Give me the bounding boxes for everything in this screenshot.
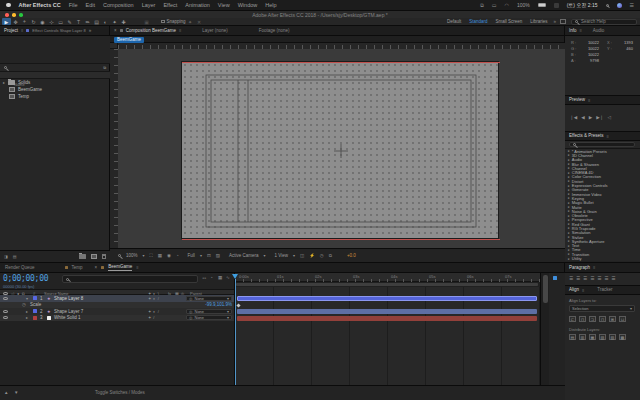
panel-menu-icon[interactable]: ≡: [136, 265, 138, 270]
panel-menu-icon[interactable]: ≡: [21, 28, 23, 33]
puppet-pin-tool[interactable]: ✚: [119, 18, 128, 25]
panel-menu-icon[interactable]: ≡: [606, 134, 608, 139]
tab-audio[interactable]: Audio: [593, 28, 605, 34]
tab-preview[interactable]: Preview: [569, 97, 585, 103]
siri-icon[interactable]: [617, 3, 622, 8]
screen-mirroring-icon[interactable]: ⧉: [480, 2, 484, 8]
align-center-button[interactable]: ☰: [576, 276, 580, 282]
distribute-right-button[interactable]: ▩: [619, 334, 626, 340]
menu-help[interactable]: Help: [265, 2, 276, 9]
trash-icon[interactable]: [102, 254, 106, 259]
snapping-checkbox[interactable]: [161, 20, 165, 24]
magnification-icon[interactable]: [118, 254, 121, 257]
project-flowchart-icon[interactable]: ⧉: [103, 65, 106, 70]
keyframe-diamond[interactable]: [236, 303, 240, 307]
project-item-solids[interactable]: ▸ Solids: [0, 79, 110, 86]
tab-layer[interactable]: Layer (none): [202, 28, 228, 34]
layout-dropdown-icon[interactable]: ▾: [293, 253, 295, 258]
distribute-bottom-button[interactable]: ▦: [589, 334, 596, 340]
menu-file[interactable]: File: [69, 2, 78, 9]
justify-last-right-button[interactable]: ☰: [604, 276, 608, 282]
current-timecode[interactable]: 0;00;00;00: [3, 274, 48, 283]
bit-depth-icon[interactable]: ▤: [13, 254, 17, 259]
project-item-beemgame[interactable]: BeemGame: [0, 86, 110, 93]
breadcrumb-comp-name[interactable]: BeemGame: [114, 37, 144, 43]
comp-button-icon[interactable]: [553, 276, 557, 280]
search-help-input[interactable]: Search Help: [571, 19, 637, 25]
align-v-top-button[interactable]: ⊓: [599, 316, 606, 322]
project-tab-overflow-icon[interactable]: »: [89, 28, 92, 34]
panel-menu-icon[interactable]: ≡: [179, 28, 181, 33]
zoom-level[interactable]: 100%: [126, 253, 138, 259]
visibility-eye-icon[interactable]: [3, 310, 8, 313]
expand-arrow-icon[interactable]: ▾: [26, 296, 28, 301]
visibility-eye-icon[interactable]: [3, 316, 8, 319]
new-folder-icon[interactable]: [79, 254, 86, 259]
shape-tool[interactable]: ▭: [56, 18, 65, 25]
effects-cat-row[interactable]: ▸Utility: [565, 256, 640, 260]
next-frame-button[interactable]: ▶❘: [596, 115, 603, 121]
layer-bar-1[interactable]: [237, 296, 537, 301]
eraser-tool[interactable]: ◐: [101, 18, 110, 25]
interpret-footage-icon[interactable]: ◨: [4, 254, 8, 259]
property-name[interactable]: Scale: [30, 302, 41, 308]
grid-icon[interactable]: ▦: [158, 253, 162, 259]
wifi-icon[interactable]: ◠: [505, 2, 509, 8]
expand-arrow-icon[interactable]: ▸: [26, 309, 28, 314]
menu-view[interactable]: View: [218, 2, 230, 9]
camera-tool[interactable]: ◉: [38, 18, 47, 25]
comp-mini-flowchart-icon[interactable]: ⚏: [202, 275, 206, 281]
project-search-icon[interactable]: [4, 66, 7, 69]
tab-tracker[interactable]: Tracker: [597, 287, 612, 293]
layer-name[interactable]: Shape Layer 8: [54, 296, 83, 302]
tab-paragraph[interactable]: Paragraph: [569, 265, 590, 271]
parent-dropdown[interactable]: ◎ None ▾: [186, 315, 232, 320]
camera-dropdown-icon[interactable]: ▾: [263, 253, 265, 258]
visibility-eye-icon[interactable]: [3, 297, 8, 300]
align-h-left-button[interactable]: ⊏: [569, 316, 576, 322]
menu-effect[interactable]: Effect: [163, 2, 177, 9]
spotlight-icon[interactable]: [606, 4, 609, 7]
tab-beemgame[interactable]: BeemGame: [108, 264, 132, 271]
layer-name[interactable]: Shape Layer 7: [54, 309, 83, 315]
menu-extra-icon[interactable]: [554, 3, 559, 8]
distribute-hcenter-button[interactable]: ▨: [609, 334, 616, 340]
justify-last-center-button[interactable]: ☰: [597, 276, 601, 282]
workspace-small-screen[interactable]: Small Screen: [495, 19, 522, 25]
property-value[interactable]: -99.9,101.9%: [160, 302, 232, 308]
timeline-zoom-out-icon[interactable]: ▲: [4, 390, 8, 396]
align-v-bottom-button[interactable]: ⊔: [619, 316, 626, 322]
flowchart-button-icon[interactable]: ⧉: [329, 253, 332, 259]
resolution-select[interactable]: Full: [188, 253, 195, 259]
align-h-right-button[interactable]: ⊐: [589, 316, 596, 322]
fast-previews-icon[interactable]: ⚡: [309, 253, 315, 259]
label-color-swatch[interactable]: [33, 296, 37, 300]
workspace-bar-icon[interactable]: [560, 19, 566, 24]
panel-menu-icon[interactable]: ≡: [582, 288, 584, 293]
align-left-button[interactable]: ☰: [569, 276, 573, 282]
prev-frame-button[interactable]: ◀: [581, 115, 584, 121]
layer-name[interactable]: White Solid 1: [54, 315, 81, 321]
project-item-temp[interactable]: Temp: [0, 93, 110, 100]
distribute-left-button[interactable]: ▧: [599, 334, 606, 340]
layer-bar-2[interactable]: [237, 309, 537, 314]
clone-stamp-tool[interactable]: ▤: [92, 18, 101, 25]
align-h-center-button[interactable]: ⊓: [579, 316, 586, 322]
view-layout-select[interactable]: 1 View: [274, 253, 287, 259]
pickwhip-icon[interactable]: ◎: [189, 315, 193, 320]
pickwhip-icon[interactable]: ◎: [189, 309, 193, 314]
timeline-zoom-in-icon[interactable]: ▼: [14, 390, 18, 396]
safe-areas-icon[interactable]: ⛶: [150, 253, 153, 259]
camera-view-select[interactable]: Active Camera: [229, 253, 259, 259]
zoom-dropdown-icon[interactable]: ▾: [143, 253, 145, 258]
expand-arrow-icon[interactable]: ▸: [3, 80, 5, 85]
menu-window[interactable]: Window: [238, 2, 258, 9]
rotate-tool[interactable]: ↻: [29, 18, 38, 25]
play-button[interactable]: ▶: [589, 115, 592, 121]
brush-tool[interactable]: ✏: [83, 18, 92, 25]
timeline-vertical-scrollbar[interactable]: [540, 273, 549, 385]
label-color-swatch[interactable]: [33, 316, 37, 320]
workspace-overflow-icon[interactable]: »: [553, 19, 556, 25]
align-right-button[interactable]: ☰: [583, 276, 587, 282]
selection-tool[interactable]: ▶: [2, 18, 11, 25]
